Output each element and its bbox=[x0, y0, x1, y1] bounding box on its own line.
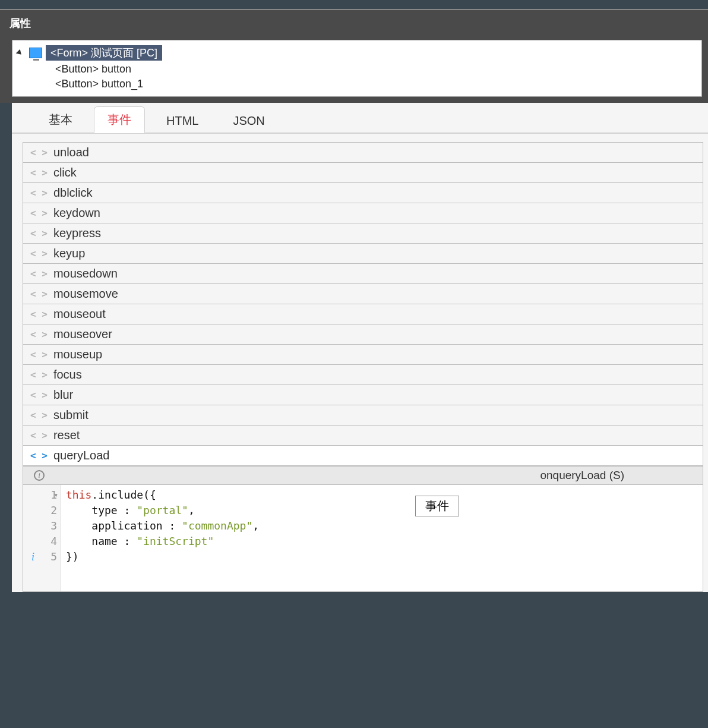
tree-child-label: <Button> button bbox=[55, 63, 131, 75]
event-item-label: focus bbox=[53, 368, 82, 382]
code-gutter: 1▾234i5 bbox=[23, 485, 61, 591]
editor-header: i onqueryLoad (S) bbox=[23, 467, 703, 485]
code-line[interactable]: name : "initScript" bbox=[66, 534, 259, 549]
tree-row-child[interactable]: <Button> button bbox=[17, 62, 697, 77]
tree-root-label[interactable]: <Form> 测试页面 [PC] bbox=[46, 45, 162, 61]
code-line[interactable]: application : "commonApp", bbox=[66, 518, 259, 534]
event-item-queryLoad[interactable]: < >queryLoad bbox=[23, 446, 703, 466]
angle-bracket-icon: < > bbox=[30, 268, 48, 279]
event-item-mouseup[interactable]: < >mouseup bbox=[23, 345, 703, 365]
code-editor[interactable]: 1▾234i5 this.include({ type : "portal", … bbox=[23, 485, 703, 592]
code-token: type : bbox=[66, 504, 137, 516]
event-item-label: mouseup bbox=[53, 348, 102, 361]
tooltip-box: 事件 bbox=[415, 496, 459, 516]
angle-bracket-icon: < > bbox=[30, 248, 48, 259]
event-item-submit[interactable]: < >submit bbox=[23, 405, 703, 426]
event-item-mousemove[interactable]: < >mousemove bbox=[23, 284, 703, 304]
code-token: ({ bbox=[143, 489, 156, 501]
angle-bracket-icon: < > bbox=[30, 409, 48, 421]
event-item-label: queryLoad bbox=[53, 449, 110, 462]
code-token: this bbox=[66, 489, 91, 501]
event-item-label: mouseout bbox=[53, 307, 106, 321]
angle-bracket-icon: < > bbox=[30, 207, 48, 219]
event-item-mouseout[interactable]: < >mouseout bbox=[23, 304, 703, 324]
code-line[interactable]: this.include({ bbox=[66, 487, 259, 503]
angle-bracket-icon: < > bbox=[30, 430, 48, 441]
code-lines[interactable]: this.include({ type : "portal", applicat… bbox=[61, 485, 264, 591]
angle-bracket-icon: < > bbox=[30, 389, 48, 401]
code-line[interactable]: type : "portal", bbox=[66, 503, 259, 518]
tooltip-label: 事件 bbox=[425, 499, 449, 512]
component-tree: <Form> 测试页面 [PC] <Button> button <Button… bbox=[12, 40, 702, 97]
fold-arrow-icon[interactable]: ▾ bbox=[54, 487, 58, 503]
code-token: "initScript" bbox=[137, 535, 214, 547]
content-area: < >unload< >click< >dblclick< >keydown< … bbox=[12, 134, 708, 592]
gutter-line: 2 bbox=[27, 503, 57, 518]
event-item-dblclick[interactable]: < >dblclick bbox=[23, 183, 703, 203]
code-token: "commonApp" bbox=[182, 519, 252, 532]
event-item-focus[interactable]: < >focus bbox=[23, 365, 703, 385]
event-list: < >unload< >click< >dblclick< >keydown< … bbox=[23, 142, 703, 467]
tab-event-label: 事件 bbox=[108, 113, 131, 126]
event-item-click[interactable]: < >click bbox=[23, 163, 703, 183]
tree-toggle-icon[interactable] bbox=[16, 49, 24, 57]
event-item-keyup[interactable]: < >keyup bbox=[23, 244, 703, 264]
tab-event[interactable]: 事件 bbox=[94, 106, 145, 133]
angle-bracket-icon: < > bbox=[30, 349, 48, 360]
event-item-mousedown[interactable]: < >mousedown bbox=[23, 264, 703, 284]
code-token: , bbox=[252, 519, 259, 532]
event-item-reset[interactable]: < >reset bbox=[23, 426, 703, 446]
tab-json[interactable]: JSON bbox=[220, 109, 277, 133]
gutter-line: 3 bbox=[27, 518, 57, 534]
tab-basic[interactable]: 基本 bbox=[36, 107, 86, 133]
editor-header-title: onqueryLoad (S) bbox=[540, 469, 624, 482]
tree-row-root[interactable]: <Form> 测试页面 [PC] bbox=[17, 44, 697, 62]
event-item-label: submit bbox=[53, 408, 88, 422]
tabs-row: 基本 事件 HTML JSON bbox=[12, 103, 708, 134]
event-item-label: unload bbox=[53, 146, 89, 159]
event-item-label: mousemove bbox=[53, 287, 118, 301]
angle-bracket-icon: < > bbox=[30, 187, 48, 198]
panel-title-bar: 属性 bbox=[0, 9, 708, 36]
code-token: name : bbox=[66, 535, 137, 547]
angle-bracket-icon: < > bbox=[30, 369, 48, 380]
code-line[interactable]: }) bbox=[66, 549, 259, 565]
event-item-label: reset bbox=[53, 428, 80, 442]
properties-panel: 属性 <Form> 测试页面 [PC] <Button> button <But… bbox=[0, 9, 708, 103]
event-item-keypress[interactable]: < >keypress bbox=[23, 223, 703, 244]
gutter-line: i5 bbox=[27, 549, 57, 565]
event-item-label: blur bbox=[53, 388, 73, 402]
angle-bracket-icon: < > bbox=[30, 228, 48, 239]
tab-html[interactable]: HTML bbox=[153, 109, 211, 133]
event-item-keydown[interactable]: < >keydown bbox=[23, 203, 703, 223]
event-item-label: mousedown bbox=[53, 267, 118, 281]
tab-html-label: HTML bbox=[166, 114, 198, 127]
window-top-strip bbox=[0, 0, 708, 9]
code-token: "portal" bbox=[137, 504, 188, 516]
event-item-label: keypress bbox=[53, 226, 101, 240]
event-item-blur[interactable]: < >blur bbox=[23, 385, 703, 405]
gutter-line: 1▾ bbox=[27, 487, 57, 503]
angle-bracket-icon: < > bbox=[30, 147, 48, 158]
info-icon[interactable]: i bbox=[34, 470, 45, 481]
code-token: application : bbox=[66, 519, 182, 532]
event-item-unload[interactable]: < >unload bbox=[23, 143, 703, 163]
angle-bracket-icon: < > bbox=[30, 329, 48, 340]
event-item-label: click bbox=[53, 166, 77, 179]
gutter-line: 4 bbox=[27, 534, 57, 549]
event-item-mouseover[interactable]: < >mouseover bbox=[23, 324, 703, 345]
code-token: }) bbox=[66, 550, 79, 563]
tree-row-child[interactable]: <Button> button_1 bbox=[17, 77, 697, 92]
event-item-label: keyup bbox=[53, 247, 85, 260]
angle-bracket-icon: < > bbox=[30, 288, 48, 300]
code-token: .include bbox=[91, 489, 143, 501]
event-item-label: mouseover bbox=[53, 327, 112, 341]
angle-bracket-icon: < > bbox=[30, 167, 48, 178]
panel-body: <Form> 测试页面 [PC] <Button> button <Button… bbox=[0, 36, 708, 103]
gutter-info-icon: i bbox=[31, 549, 34, 565]
event-item-label: dblclick bbox=[53, 186, 93, 200]
angle-bracket-icon: < > bbox=[30, 450, 48, 461]
tab-json-label: JSON bbox=[233, 114, 264, 127]
tab-basic-label: 基本 bbox=[49, 113, 72, 126]
form-icon bbox=[29, 48, 42, 58]
